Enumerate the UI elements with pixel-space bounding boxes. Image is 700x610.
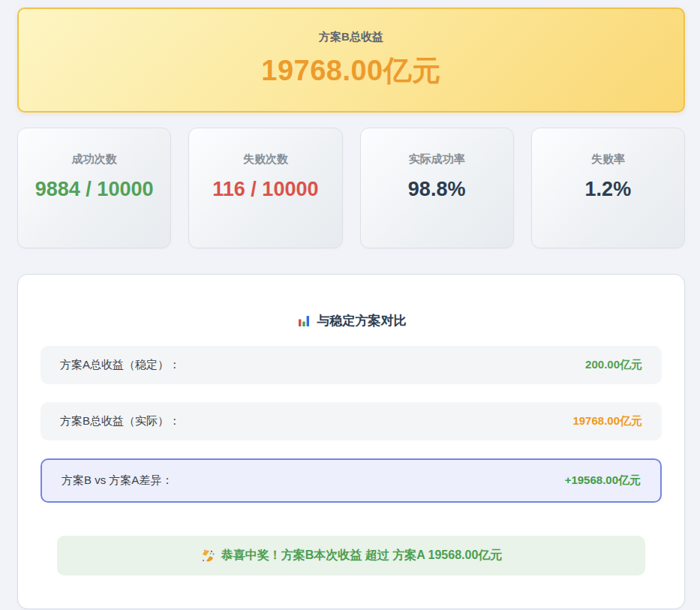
comparison-row-plan-b: 方案B总收益（实际）： 19768.00亿元 [41, 402, 662, 440]
row-label: 方案B总收益（实际）： [60, 414, 180, 428]
stat-label: 实际成功率 [371, 152, 503, 167]
comparison-title: 与稳定方案对比 [41, 312, 662, 329]
stat-label: 成功次数 [29, 152, 160, 167]
stat-label: 失败次数 [200, 152, 331, 167]
comparison-rows: 方案A总收益（稳定）： 200.00亿元 方案B总收益（实际）： 19768.0… [41, 346, 662, 503]
banner-value: 19768.00亿元 [261, 52, 441, 90]
comparison-panel: 与稳定方案对比 方案A总收益（稳定）： 200.00亿元 方案B总收益（实际）：… [17, 274, 685, 609]
stat-value: 116 / 10000 [200, 176, 331, 203]
confetti-icon [200, 548, 215, 563]
banner-label: 方案B总收益 [319, 30, 383, 44]
win-message-text: 恭喜中奖！方案B本次收益 超过 方案A 19568.00亿元 [221, 548, 503, 563]
stat-card-success-count: 成功次数 9884 / 10000 [17, 128, 171, 248]
stat-value: 9884 / 10000 [29, 176, 160, 203]
row-value: +19568.00亿元 [565, 473, 641, 488]
comparison-row-plan-a: 方案A总收益（稳定）： 200.00亿元 [41, 346, 662, 384]
stat-card-success-rate: 实际成功率 98.8% [360, 128, 514, 248]
stat-label: 失败率 [542, 152, 674, 167]
stat-card-failure-count: 失败次数 116 / 10000 [188, 128, 342, 248]
stat-value: 98.8% [371, 176, 503, 203]
stat-card-failure-rate: 失败率 1.2% [531, 128, 685, 248]
results-page: 方案B总收益 19768.00亿元 成功次数 9884 / 10000 失败次数… [0, 0, 700, 609]
comparison-row-difference: 方案B vs 方案A差异： +19568.00亿元 [41, 458, 662, 503]
stats-row: 成功次数 9884 / 10000 失败次数 116 / 10000 实际成功率… [17, 128, 685, 248]
stat-value: 1.2% [542, 176, 674, 203]
win-message: 恭喜中奖！方案B本次收益 超过 方案A 19568.00亿元 [57, 536, 645, 575]
total-revenue-banner: 方案B总收益 19768.00亿元 [17, 8, 685, 113]
row-value: 19768.00亿元 [572, 414, 642, 428]
row-label: 方案A总收益（稳定）： [60, 358, 180, 372]
row-value: 200.00亿元 [585, 358, 642, 372]
bar-chart-icon [296, 314, 311, 329]
comparison-title-text: 与稳定方案对比 [317, 312, 407, 329]
row-label: 方案B vs 方案A差异： [62, 473, 173, 488]
